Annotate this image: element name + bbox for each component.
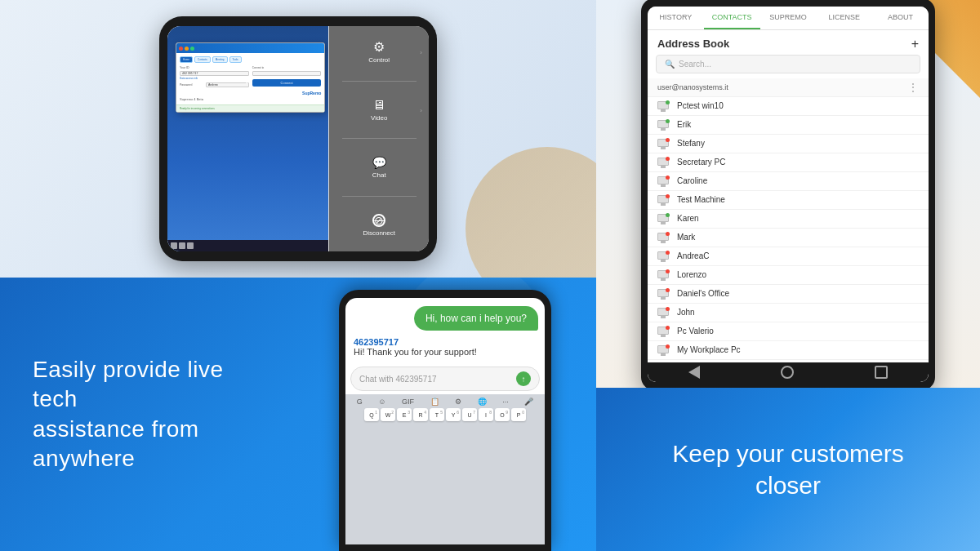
tab-supremo[interactable]: SUPREMO	[760, 7, 817, 29]
status-dot-red	[666, 251, 670, 255]
chat-input-bar[interactable]: Chat with 462395717 ↑	[350, 367, 540, 391]
status-dot-red	[666, 157, 670, 161]
status-dot-red	[666, 288, 670, 292]
chat-label: Chat	[372, 171, 386, 179]
gif-icon: GIF	[402, 398, 414, 406]
more-icon: ···	[502, 398, 509, 406]
contact-item-john[interactable]: John	[648, 304, 929, 322]
monitor-shape	[657, 345, 669, 353]
contact-item-erik[interactable]: Erik	[648, 116, 929, 135]
contact-name: Erik	[677, 120, 691, 129]
supremo-window: Home Contacts Meeting Tools Your ID	[176, 42, 325, 113]
tablet-screen: HISTORY CONTACTS SUPREMO LICENSE ABOUT A…	[648, 7, 929, 382]
contact-item-caroline[interactable]: Caroline	[648, 172, 929, 191]
password-label: Password	[180, 83, 204, 87]
tab-history[interactable]: HISTORY	[648, 7, 704, 29]
contact-name: Karen	[677, 214, 699, 223]
add-contact-button[interactable]: +	[911, 37, 919, 51]
window-close-btn	[179, 47, 183, 51]
connect-to-input	[252, 71, 322, 76]
top-right-section: HISTORY CONTACTS SUPREMO LICENSE ABOUT A…	[596, 0, 980, 388]
chat-phone-container: Hi, how can i help you? 462395717 Hi! Th…	[294, 278, 596, 551]
key-r[interactable]: R4	[413, 408, 428, 421]
key-t[interactable]: T5	[430, 408, 444, 421]
phone-screen-desktop: Home Contacts Meeting Tools Your ID	[167, 26, 329, 251]
contact-name: Caroline	[677, 176, 707, 185]
contact-item-andreac[interactable]: AndreaC	[648, 247, 929, 266]
contact-name: Pc Valerio	[677, 327, 714, 335]
key-u[interactable]: U7	[462, 408, 477, 421]
nav-contacts: Contacts	[194, 56, 211, 63]
contact-monitor-icon	[657, 176, 670, 186]
window-max-btn	[190, 47, 194, 51]
menu-control-item[interactable]: ⚙ Control ›	[332, 41, 425, 64]
menu-disconnect-item[interactable]: ⊘ Disconnect	[332, 214, 425, 237]
contact-name: Test Machine	[677, 195, 725, 204]
contact-item-stefany[interactable]: Stefany	[648, 135, 929, 153]
key-o[interactable]: O9	[495, 408, 510, 421]
chat-send-button[interactable]: ↑	[516, 371, 531, 386]
tab-contacts[interactable]: CONTACTS	[704, 7, 760, 29]
contact-item-mark[interactable]: Mark	[648, 229, 929, 247]
search-placeholder: Search...	[679, 60, 711, 69]
contact-item-pctest[interactable]: Pctest win10	[648, 97, 929, 116]
recent-apps-button[interactable]	[875, 366, 888, 379]
back-button[interactable]	[688, 366, 700, 379]
contact-monitor-icon	[657, 214, 670, 224]
contact-monitor-icon	[657, 233, 670, 242]
search-bar[interactable]: 🔍 Search...	[656, 55, 920, 73]
tagline-line1: Easily provide live tech	[33, 357, 224, 411]
nav-meeting: Meeting	[212, 56, 228, 63]
phone-screen: Home Contacts Meeting Tools Your ID	[167, 26, 429, 251]
tagline-line2: assistance from anywhere	[33, 416, 199, 471]
monitor-shape	[657, 195, 669, 203]
window-nav: Home Contacts Meeting Tools	[180, 56, 321, 63]
contact-monitor-icon	[657, 327, 670, 336]
contact-monitor-icon	[657, 101, 670, 111]
control-label: Control	[368, 56, 390, 64]
menu-chat-item[interactable]: 💬 Chat	[332, 156, 425, 179]
tab-license[interactable]: LICENSE	[816, 7, 872, 29]
key-e[interactable]: E3	[397, 408, 412, 421]
phone-context-menu: ⚙ Control › 🖥 Video ›	[329, 26, 429, 251]
desktop-background: Home Contacts Meeting Tools Your ID	[167, 26, 328, 251]
taskbar-icon-1	[171, 242, 177, 249]
settings-icon: ⚙	[455, 398, 461, 406]
tablet-nav-bar: HISTORY CONTACTS SUPREMO LICENSE ABOUT	[648, 7, 929, 30]
left-panel: Home Contacts Meeting Tools Your ID	[0, 0, 596, 551]
monitor-shape	[657, 289, 669, 297]
video-label: Video	[371, 114, 387, 122]
key-i[interactable]: I8	[479, 408, 493, 421]
home-button[interactable]	[781, 366, 794, 379]
control-icon: ⚙	[373, 41, 385, 54]
key-y[interactable]: Y6	[446, 408, 461, 421]
tab-about[interactable]: ABOUT	[872, 7, 929, 29]
contact-monitor-icon	[657, 308, 670, 318]
nav-home: Home	[180, 56, 193, 63]
monitor-shape	[657, 308, 669, 316]
key-w[interactable]: W2	[381, 408, 395, 421]
mic-icon: 🎤	[524, 398, 533, 406]
tagline-text: Easily provide live tech assistance from…	[33, 355, 270, 474]
monitor-shape	[657, 139, 669, 147]
key-q[interactable]: Q1	[364, 408, 379, 421]
kebab-menu-icon[interactable]: ⋮	[908, 82, 919, 93]
contact-item-my-workplace[interactable]: My Workplace Pc	[648, 341, 929, 360]
menu-video-item[interactable]: 🖥 Video ›	[332, 99, 425, 122]
nav-tools: Tools	[229, 56, 242, 63]
key-p[interactable]: P0	[511, 408, 526, 421]
contact-item-secretary[interactable]: Secretary PC	[648, 153, 929, 172]
contact-item-karen[interactable]: Karen	[648, 210, 929, 229]
contact-item-test-machine[interactable]: Test Machine	[648, 191, 929, 210]
contact-item-pc-valerio[interactable]: Pc Valerio	[648, 322, 929, 341]
contact-monitor-icon	[657, 120, 670, 130]
top-left-section: Home Contacts Meeting Tools Your ID	[0, 0, 596, 278]
search-icon: 🔍	[665, 60, 675, 69]
supremo-logo: SupRemo	[180, 91, 321, 96]
menu-divider-3	[342, 196, 416, 197]
google-icon: G	[357, 398, 363, 406]
contact-item-lorenzo[interactable]: Lorenzo	[648, 266, 929, 285]
contact-item-daniels-office[interactable]: Daniel's Office	[648, 285, 929, 304]
contact-monitor-icon	[657, 251, 670, 261]
connect-button[interactable]: Connect	[252, 79, 322, 87]
